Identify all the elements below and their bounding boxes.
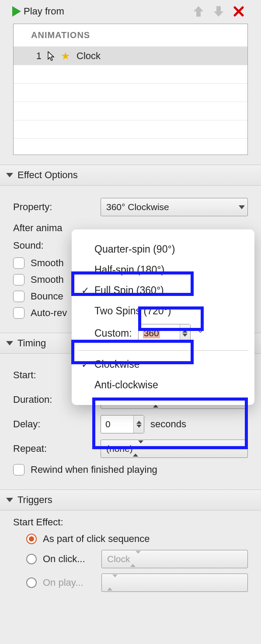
animation-row-empty [14, 120, 247, 139]
menu-item-anticlockwise[interactable]: Anti-clockwise [72, 375, 254, 395]
radio-label: On play... [43, 577, 95, 588]
chevron-down-icon [6, 498, 13, 502]
rewind-checkbox[interactable]: Rewind when finished playing [13, 464, 248, 475]
check-icon: ✓ [81, 359, 92, 370]
stepper-icon [130, 554, 141, 564]
on-play-target-combo [101, 574, 248, 592]
delay-label: Delay: [13, 419, 101, 430]
checkbox-icon [13, 464, 24, 475]
on-click-target-combo: Clock [101, 550, 248, 568]
section-label: Triggers [17, 494, 52, 506]
start-effect-label: Start Effect: [13, 517, 248, 528]
chevron-down-icon [6, 341, 13, 345]
section-label: Effect Options [17, 169, 78, 181]
animations-header: ANIMATIONS [14, 24, 247, 47]
play-from-label: Play from [24, 6, 64, 17]
delay-value: 0 [105, 419, 111, 429]
animation-row-empty [14, 84, 247, 102]
repeat-label: Repeat: [13, 443, 101, 454]
move-down-button[interactable] [209, 5, 229, 18]
stepper-icon [133, 443, 143, 454]
stepper-icon [133, 415, 144, 433]
stepper-icon [180, 324, 190, 342]
checkbox-label: Smooth [31, 274, 64, 285]
close-icon [233, 6, 244, 17]
custom-degrees-input[interactable]: 360 [138, 324, 191, 342]
menu-item-quarter-spin[interactable]: Quarter-spin (90°) [72, 239, 254, 260]
menu-item-label: Anti-clockwise [94, 379, 158, 391]
menu-separator [78, 350, 248, 351]
radio-icon [26, 554, 37, 564]
animation-name: Clock [77, 50, 101, 62]
move-up-button[interactable] [188, 5, 209, 18]
stepper-icon [107, 577, 118, 588]
property-dropdown-menu: Quarter-spin (90°) Half-spin (180°) ✓ Fu… [72, 229, 254, 405]
cursor-icon [48, 51, 55, 61]
menu-item-label: Clockwise [94, 359, 140, 370]
checkbox-icon [13, 291, 24, 302]
checkbox-label: Auto-rev [31, 307, 67, 319]
play-icon [12, 6, 21, 17]
menu-item-half-spin[interactable]: Half-spin (180°) [72, 260, 254, 280]
play-from-button[interactable]: Play from [12, 6, 64, 17]
animation-index: 1 [34, 50, 42, 62]
radio-icon [26, 577, 37, 588]
animations-list[interactable]: ANIMATIONS 1 ★ Clock [13, 24, 248, 155]
menu-item-label: Two Spins (720°) [94, 305, 171, 317]
radio-label: On click... [43, 553, 95, 565]
property-label: Property: [13, 201, 101, 213]
checkbox-label: Smooth [31, 257, 64, 269]
custom-unit: ° [198, 327, 202, 339]
section-label: Timing [17, 338, 46, 349]
delete-button[interactable] [229, 6, 249, 17]
menu-item-full-spin[interactable]: ✓ Full Spin (360°) [72, 280, 254, 301]
chevron-down-icon [6, 173, 13, 177]
property-combo[interactable]: 360° Clockwise [101, 198, 248, 216]
checkbox-label: Rewind when finished playing [31, 464, 157, 475]
animation-row-empty [14, 65, 247, 84]
arrow-down-icon [213, 5, 224, 18]
trigger-on-play-radio[interactable]: On play... [26, 574, 248, 592]
checkbox-icon [13, 257, 24, 269]
menu-item-clockwise[interactable]: ✓ Clockwise [72, 354, 254, 375]
animation-row-empty [14, 102, 247, 120]
radio-label: As part of click sequence [43, 533, 150, 545]
trigger-click-sequence-radio[interactable]: As part of click sequence [26, 533, 248, 545]
property-value: 360° Clockwise [106, 202, 169, 212]
section-triggers[interactable]: Triggers [0, 489, 261, 510]
checkbox-label: Bounce [31, 291, 63, 302]
custom-label: Custom: [94, 327, 132, 339]
checkbox-icon [13, 274, 24, 285]
repeat-combo[interactable]: (none) [101, 440, 248, 458]
check-icon: ✓ [81, 285, 92, 296]
section-effect-options[interactable]: Effect Options [0, 165, 261, 186]
checkbox-icon [13, 307, 24, 319]
repeat-value: (none) [106, 443, 133, 454]
menu-item-custom[interactable]: Custom: 360 ° [72, 321, 254, 347]
on-click-target-value: Clock [107, 554, 130, 564]
radio-icon [26, 534, 37, 544]
arrow-up-icon [193, 5, 204, 18]
star-icon: ★ [61, 50, 70, 62]
animation-row[interactable]: 1 ★ Clock [14, 47, 247, 65]
menu-item-label: Half-spin (180°) [94, 264, 164, 276]
menu-item-label: Quarter-spin (90°) [94, 243, 175, 255]
delay-input[interactable]: 0 [101, 415, 144, 433]
menu-item-label: Full Spin (360°) [94, 285, 164, 296]
custom-degrees-value: 360 [143, 328, 160, 338]
menu-item-two-spins[interactable]: Two Spins (720°) [72, 301, 254, 321]
trigger-on-click-radio[interactable]: On click... Clock [26, 550, 248, 568]
delay-unit: seconds [150, 419, 186, 430]
chevron-down-icon [239, 198, 245, 216]
